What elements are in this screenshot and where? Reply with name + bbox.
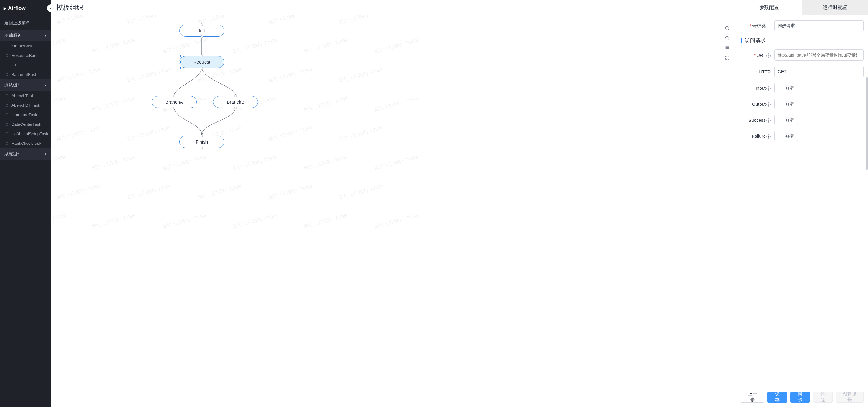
plus-icon: ＋	[779, 117, 783, 123]
bullet-icon	[5, 142, 8, 145]
fullscreen-button[interactable]	[723, 54, 732, 61]
sidebar-title[interactable]: ▶ Airflow	[0, 0, 51, 17]
section-label: 系统组件	[4, 151, 22, 157]
node-init[interactable]: Init	[179, 25, 224, 36]
create-scene-button[interactable]: 创建场景	[836, 391, 864, 403]
add-input-button[interactable]: ＋新增	[774, 83, 798, 93]
sidebar-item-bahamutbash[interactable]: BahamutBash	[0, 70, 51, 79]
align-icon	[725, 46, 730, 51]
sidebar-section-system[interactable]: 系统组件 ▼	[0, 148, 51, 160]
input-label: Input?	[741, 85, 774, 91]
bullet-icon	[5, 133, 8, 135]
url-input[interactable]	[774, 50, 864, 61]
app-title: Airflow	[8, 5, 26, 11]
http-method-select[interactable]: GET	[774, 66, 864, 77]
sidebar-item-abenchdifftask[interactable]: AbenchDiffTask	[0, 100, 51, 110]
add-output-button[interactable]: ＋新增	[774, 99, 798, 109]
port-top[interactable]	[200, 55, 203, 57]
sidebar-item-abenchtask[interactable]: AbenchTask	[0, 91, 51, 100]
port-bottom[interactable]	[235, 107, 237, 109]
bullet-icon	[5, 94, 8, 97]
panel-footer: 上一步 保存 同步 推送 创建场景	[736, 387, 868, 407]
add-failure-button[interactable]: ＋新增	[774, 130, 798, 141]
zoom-in-button[interactable]	[723, 25, 732, 32]
bullet-icon	[5, 113, 8, 116]
back-to-parent-menu[interactable]: 返回上级菜单	[0, 17, 51, 30]
align-button[interactable]	[723, 44, 732, 52]
port-bottom[interactable]	[200, 147, 203, 149]
resize-handle[interactable]	[178, 55, 181, 57]
port-top[interactable]	[200, 135, 203, 137]
sidebar: ▶ Airflow 返回上级菜单 基础服务 ▼ SimpleBash Resou…	[0, 0, 51, 407]
help-icon[interactable]: ?	[766, 118, 771, 123]
resize-handle[interactable]	[178, 67, 181, 69]
port-bottom[interactable]	[200, 35, 203, 38]
fullscreen-icon	[725, 55, 730, 60]
failure-label: Failure?	[741, 134, 774, 139]
svg-line-9	[728, 29, 729, 30]
url-label: *URL?	[741, 53, 774, 58]
help-icon[interactable]: ?	[766, 103, 771, 107]
canvas-toolbox	[723, 25, 732, 61]
http-label: *HTTP	[741, 69, 774, 75]
help-icon[interactable]: ?	[766, 134, 771, 139]
sidebar-item-icomparetask[interactable]: IcompareTask	[0, 110, 51, 120]
save-button[interactable]: 保存	[767, 391, 787, 403]
request-type-label: *请求类型	[741, 23, 774, 29]
request-type-select[interactable]: 同步请求	[774, 20, 864, 31]
add-success-button[interactable]: ＋新增	[774, 115, 798, 125]
node-brancha[interactable]: BranchA	[152, 96, 196, 108]
sidebar-item-ha3localsetuptask[interactable]: Ha3LocalSetupTask	[0, 129, 51, 139]
help-icon[interactable]: ?	[766, 86, 771, 91]
tab-runtime[interactable]: 运行时配置	[802, 0, 868, 15]
sidebar-item-http[interactable]: HTTP	[0, 60, 51, 70]
push-button[interactable]: 推送	[813, 391, 833, 403]
panel-tabs: 参数配置 运行时配置	[736, 0, 868, 15]
bullet-icon	[5, 54, 8, 57]
zoom-out-icon	[725, 36, 730, 40]
success-label: Success?	[741, 117, 774, 123]
bullet-icon	[5, 123, 8, 126]
scrollbar[interactable]	[866, 78, 868, 170]
zoom-out-button[interactable]	[723, 34, 732, 42]
node-finish[interactable]: Finish	[179, 136, 224, 148]
chevron-down-icon: ▼	[44, 84, 47, 87]
sidebar-item-resourcebash[interactable]: ResourceBash	[0, 51, 51, 60]
right-panel: 参数配置 运行时配置 *请求类型 同步请求 访问请求 *URL? *HTTP G…	[736, 0, 868, 407]
sidebar-section-basic[interactable]: 基础服务 ▼	[0, 30, 51, 41]
help-icon[interactable]: ?	[766, 54, 771, 58]
flow-canvas[interactable]: 斯兰（王培群）72399斯兰（王培群）72399斯兰（王培群）72399斯兰（王…	[51, 16, 736, 407]
section-label: 基础服务	[4, 33, 22, 38]
port-bottom[interactable]	[200, 67, 203, 69]
section-bar	[741, 38, 742, 43]
main-area: 模板组织 斯兰（王培群）72399斯兰（王培群）72399斯兰（王培群）7239…	[51, 0, 736, 407]
prev-button[interactable]: 上一步	[741, 391, 764, 403]
node-request[interactable]: Request	[179, 56, 224, 68]
port-top[interactable]	[173, 95, 175, 97]
bullet-icon	[5, 104, 8, 107]
resize-handle[interactable]	[223, 61, 225, 63]
resize-handle[interactable]	[223, 55, 225, 57]
node-branchb[interactable]: BranchB	[213, 96, 258, 108]
svg-line-13	[728, 39, 729, 40]
caret-right-icon: ▶	[4, 6, 6, 10]
visit-section-title: 访问请求	[741, 37, 864, 44]
plus-icon: ＋	[779, 133, 783, 139]
bullet-icon	[5, 64, 8, 66]
page-title: 模板组织	[51, 0, 736, 16]
port-top[interactable]	[235, 95, 237, 97]
sidebar-section-test[interactable]: 测试组件 ▼	[0, 79, 51, 91]
port-bottom[interactable]	[173, 107, 175, 109]
bullet-icon	[5, 73, 8, 76]
resize-handle[interactable]	[178, 61, 181, 63]
tab-params[interactable]: 参数配置	[736, 0, 802, 15]
port-top[interactable]	[200, 23, 203, 26]
panel-body: *请求类型 同步请求 访问请求 *URL? *HTTP GET Input? ＋…	[736, 15, 868, 387]
sync-button[interactable]: 同步	[790, 391, 810, 403]
sidebar-item-datacentertask[interactable]: DataCenterTask	[0, 120, 51, 129]
plus-icon: ＋	[779, 101, 783, 107]
watermark-layer: 斯兰（王培群）72399斯兰（王培群）72399斯兰（王培群）72399斯兰（王…	[51, 16, 736, 407]
sidebar-item-simplebash[interactable]: SimpleBash	[0, 41, 51, 51]
resize-handle[interactable]	[223, 67, 225, 69]
sidebar-item-rankchecktask[interactable]: RankCheckTask	[0, 139, 51, 148]
